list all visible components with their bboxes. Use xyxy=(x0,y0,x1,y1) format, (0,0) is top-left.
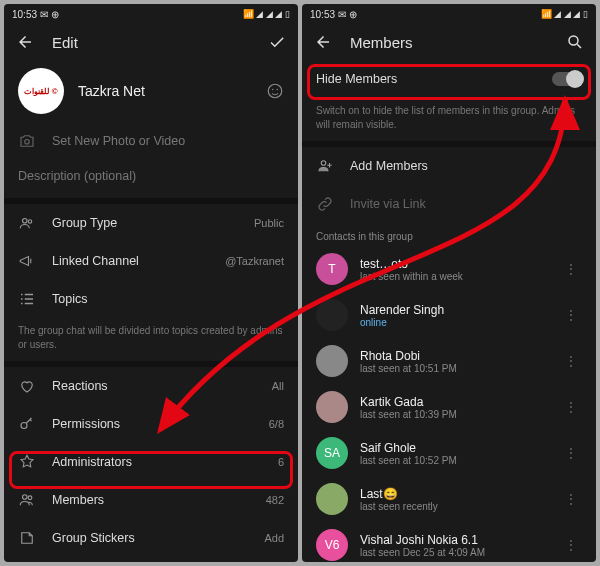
member-row[interactable]: Kartik Gadalast seen at 10:39 PM⋮ xyxy=(302,384,596,430)
back-arrow-icon[interactable] xyxy=(16,33,34,51)
member-info: Rhota Dobilast seen at 10:51 PM xyxy=(360,349,548,374)
member-avatar xyxy=(316,345,348,377)
invite-via-link-row[interactable]: Invite via Link xyxy=(302,185,596,223)
svg-point-1 xyxy=(272,89,274,91)
group-avatar[interactable]: للقنوات © xyxy=(18,68,64,114)
member-avatar: SA xyxy=(316,437,348,469)
svg-point-8 xyxy=(28,496,32,500)
member-name: Vishal Joshi Nokia 6.1 xyxy=(360,533,548,547)
member-info: Kartik Gadalast seen at 10:39 PM xyxy=(360,395,548,420)
permissions-row[interactable]: Permissions 6/8 xyxy=(4,405,298,443)
member-status: last seen at 10:51 PM xyxy=(360,363,548,374)
member-avatar xyxy=(316,391,348,423)
page-title: Members xyxy=(350,34,548,51)
hide-members-toggle[interactable] xyxy=(552,72,582,86)
phone-left-edit-screen: 10:53 ✉ ⊕ 📶 ◢ ◢ ◢ ▯ Edit للقنوات © Tazkr… xyxy=(4,4,298,562)
member-status: last seen at 10:39 PM xyxy=(360,409,548,420)
more-icon[interactable]: ⋮ xyxy=(560,491,582,507)
key-icon xyxy=(18,415,36,433)
reactions-row[interactable]: Reactions All xyxy=(4,367,298,405)
member-row[interactable]: Rhota Dobilast seen at 10:51 PM⋮ xyxy=(302,338,596,384)
add-members-row[interactable]: Add Members xyxy=(302,147,596,185)
link-icon xyxy=(316,195,334,213)
member-name: Last😄 xyxy=(360,487,548,501)
group-type-row[interactable]: Group Type Public xyxy=(4,204,298,242)
stickers-helper: You can choose a sticker set that will b… xyxy=(4,557,298,562)
svg-point-10 xyxy=(321,161,326,166)
svg-point-5 xyxy=(28,220,31,223)
phone-right-members-screen: 10:53 ✉ ⊕ 📶 ◢ ◢ ◢ ▯ Members Hide Members… xyxy=(302,4,596,562)
group-icon xyxy=(18,214,36,232)
camera-icon xyxy=(18,132,36,150)
list-icon xyxy=(18,290,36,308)
more-icon[interactable]: ⋮ xyxy=(560,307,582,323)
set-photo-row[interactable]: Set New Photo or Video xyxy=(4,122,298,160)
member-name: test…oto xyxy=(360,257,548,271)
hide-members-helper: Switch on to hide the list of members in… xyxy=(302,98,596,141)
member-avatar: T xyxy=(316,253,348,285)
linked-channel-row[interactable]: Linked Channel @Tazkranet xyxy=(4,242,298,280)
administrators-row[interactable]: Administrators 6 xyxy=(4,443,298,481)
svg-point-7 xyxy=(23,495,28,500)
add-person-icon xyxy=(316,157,334,175)
member-name: Kartik Gada xyxy=(360,395,548,409)
heart-icon xyxy=(18,377,36,395)
member-avatar: V6 xyxy=(316,529,348,561)
member-info: Narender Singhonline xyxy=(360,303,548,328)
member-avatar xyxy=(316,483,348,515)
more-icon[interactable]: ⋮ xyxy=(560,537,582,553)
member-info: Vishal Joshi Nokia 6.1last seen Dec 25 a… xyxy=(360,533,548,558)
contacts-header: Contacts in this group xyxy=(302,223,596,246)
member-row[interactable]: SASaif Gholelast seen at 10:52 PM⋮ xyxy=(302,430,596,476)
more-icon[interactable]: ⋮ xyxy=(560,445,582,461)
member-row[interactable]: Last😄last seen recently⋮ xyxy=(302,476,596,522)
member-row[interactable]: Narender Singhonline⋮ xyxy=(302,292,596,338)
megaphone-icon xyxy=(18,252,36,270)
svg-point-3 xyxy=(25,140,30,145)
member-info: Saif Gholelast seen at 10:52 PM xyxy=(360,441,548,466)
member-info: test…otolast seen within a week xyxy=(360,257,548,282)
member-status: last seen within a week xyxy=(360,271,548,282)
member-status: last seen recently xyxy=(360,501,548,512)
status-bar: 10:53 ✉ ⊕ 📶 ◢ ◢ ◢ ▯ xyxy=(4,4,298,24)
description-input[interactable]: Description (optional) xyxy=(4,160,298,198)
sticker-icon xyxy=(18,529,36,547)
confirm-check-icon[interactable] xyxy=(268,33,286,51)
topics-row[interactable]: Topics xyxy=(4,280,298,318)
group-name-input[interactable]: Tazkra Net xyxy=(78,83,252,99)
status-bar: 10:53 ✉ ⊕ 📶 ◢ ◢ ◢ ▯ xyxy=(302,4,596,24)
member-status: last seen at 10:52 PM xyxy=(360,455,548,466)
member-row[interactable]: Ttest…otolast seen within a week⋮ xyxy=(302,246,596,292)
more-icon[interactable]: ⋮ xyxy=(560,399,582,415)
member-info: Last😄last seen recently xyxy=(360,487,548,512)
member-name: Narender Singh xyxy=(360,303,548,317)
topics-helper: The group chat will be divided into topi… xyxy=(4,318,298,361)
svg-point-0 xyxy=(268,84,282,98)
hide-members-row[interactable]: Hide Members xyxy=(302,60,596,98)
emoji-icon[interactable] xyxy=(266,82,284,100)
member-name: Rhota Dobi xyxy=(360,349,548,363)
star-icon xyxy=(18,453,36,471)
svg-point-9 xyxy=(569,36,578,45)
member-name: Saif Ghole xyxy=(360,441,548,455)
back-arrow-icon[interactable] xyxy=(314,33,332,51)
svg-point-6 xyxy=(21,423,27,429)
member-status: online xyxy=(360,317,548,328)
members-row[interactable]: Members 482 xyxy=(4,481,298,519)
more-icon[interactable]: ⋮ xyxy=(560,353,582,369)
members-icon xyxy=(18,491,36,509)
svg-point-4 xyxy=(23,219,28,224)
member-row[interactable]: V6Vishal Joshi Nokia 6.1last seen Dec 25… xyxy=(302,522,596,562)
more-icon[interactable]: ⋮ xyxy=(560,261,582,277)
search-icon[interactable] xyxy=(566,33,584,51)
svg-point-2 xyxy=(277,89,279,91)
page-title: Edit xyxy=(52,34,250,51)
member-status: last seen Dec 25 at 4:09 AM xyxy=(360,547,548,558)
member-avatar xyxy=(316,299,348,331)
group-stickers-row[interactable]: Group Stickers Add xyxy=(4,519,298,557)
